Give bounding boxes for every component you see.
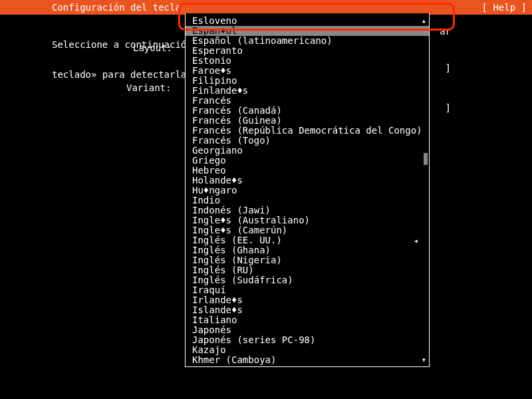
layout-option[interactable]: Francés (Canadá) [186,106,429,116]
layout-option[interactable]: Griego [186,156,429,166]
layout-option[interactable]: Faroe♦s [186,66,429,76]
variant-label: Variant: [126,83,171,93]
layout-option[interactable]: Irlande♦s [186,295,429,305]
layout-label: Layout: [133,43,172,53]
layout-option[interactable]: Japonés [186,325,429,335]
scrollbar-thumb[interactable] [424,153,428,165]
layout-option[interactable]: Inglés (RU) [186,265,429,275]
current-value-icon: ◂ [414,236,418,246]
layout-option[interactable]: Inglés (Ghana) [186,245,429,255]
layout-option[interactable]: Espan♦ol [186,26,429,36]
layout-option[interactable]: Japonés (series PC-98) [186,335,429,345]
layout-option[interactable]: Español (latinoamericano) [186,36,429,46]
layout-option[interactable]: Indio [186,196,429,205]
layout-option[interactable]: Ingle♦s (Camerún) [186,225,429,235]
layout-option[interactable]: Filipino [186,76,429,86]
scroll-up-icon[interactable]: ▴ [422,16,426,26]
layout-option[interactable]: Kazajo [186,345,429,355]
scroll-down-icon[interactable]: ▾ [422,355,426,365]
layout-option[interactable]: Inglés (EE. UU.) [186,235,429,245]
layout-option[interactable]: Indonés (Jawi) [186,205,429,215]
layout-field-edge: ] [446,63,451,73]
layout-option[interactable]: Finlande♦s [186,86,429,96]
layout-option[interactable]: Francés (Guinea) [186,116,429,126]
layout-option[interactable]: Hu♦ngaro [186,186,429,196]
layout-option[interactable]: Georgiano [186,146,429,156]
layout-option[interactable]: Francés (República Democrática del Congo… [186,126,429,136]
layout-option[interactable]: Khmer (Camboya) [186,355,429,365]
layout-option[interactable]: Italiano [186,315,429,325]
layout-option[interactable]: Iraquí [186,285,429,295]
page-title: Configuración del tecla [52,3,181,13]
layout-option[interactable]: Francés (Togo) [186,136,429,146]
layout-option[interactable]: Estonio [186,56,429,66]
layout-option[interactable]: Esperanto [186,46,429,56]
layout-option[interactable]: Islande♦s [186,305,429,315]
layout-option[interactable]: Inglés (Sudáfrica) [186,275,429,285]
title-bar: Configuración del tecla [ Help ] [0,0,532,15]
help-button[interactable]: [ Help ] [482,3,527,13]
layout-option[interactable]: Hebreo [186,166,429,176]
layout-option[interactable]: Inglés (Nigeria) [186,255,429,265]
layout-option[interactable]: Francés [186,96,429,106]
layout-dropdown[interactable]: EslovenoEspan♦olEspañol (latinoamericano… [185,13,430,367]
instruction-fragment: ar [440,27,451,37]
layout-option[interactable]: Ingle♦s (Australiano) [186,215,429,225]
variant-field-edge: ] [446,103,451,113]
layout-option[interactable]: Holande♦s [186,176,429,186]
layout-option[interactable]: Esloveno [186,16,429,26]
